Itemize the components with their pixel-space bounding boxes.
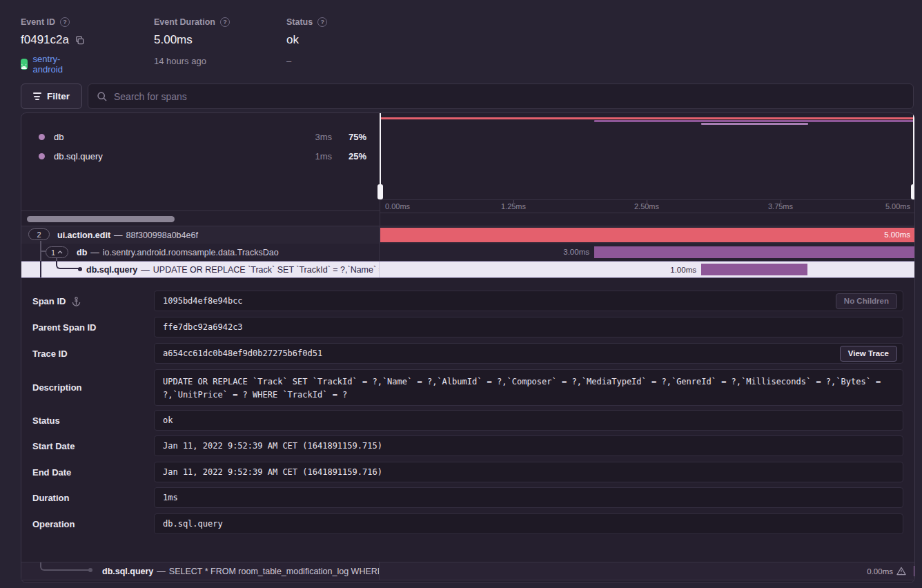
span-row-title-cell: 2 ui.action.edit — 88f300998a0b4e6f	[21, 226, 380, 244]
span-description: SELECT * FROM room_table_modification_lo…	[169, 567, 380, 576]
tree-line	[40, 261, 41, 277]
span-row-ui-action-edit[interactable]: 2 ui.action.edit — 88f300998a0b4e6f 5.00…	[21, 226, 915, 244]
warning-triangle-icon	[896, 567, 906, 576]
span-row-duration-cell: 5.00ms	[380, 226, 915, 244]
separator: —	[114, 231, 123, 240]
breakdown-row-db: db 3ms 75%	[21, 127, 380, 146]
axis-label-1: 1.25ms	[501, 202, 526, 210]
detail-value-status: ok	[154, 410, 903, 431]
help-icon[interactable]: ?	[60, 17, 70, 27]
op-percentage: 75%	[332, 132, 366, 142]
minimap-left-handle[interactable]	[377, 184, 383, 199]
span-row-duration-cell: 3.00ms	[380, 244, 915, 261]
minimap-right-handle[interactable]	[911, 184, 915, 199]
span-duration-label: 0.00ms	[867, 567, 893, 576]
span-row-db-sql-query-select[interactable]: db.sql.query — SELECT * FROM room_table_…	[21, 562, 915, 580]
status-label: Status	[286, 17, 313, 27]
span-bar[interactable]	[701, 264, 807, 275]
children-count-badge[interactable]: 2	[28, 228, 50, 240]
span-row-duration-cell: 1.00ms	[380, 262, 915, 277]
trace-minimap[interactable]	[380, 113, 915, 199]
span-row-db[interactable]: 1 db — io.sentry.android.roomsample.data…	[21, 244, 915, 261]
minimap-left-edge	[380, 113, 381, 184]
span-duration-label: 1.00ms	[380, 262, 696, 277]
axis-label-4: 5.00ms	[885, 202, 910, 210]
children-count-badge[interactable]: 1	[46, 246, 68, 258]
tree-node-dot	[78, 267, 82, 271]
span-row-title-cell: 1 db — io.sentry.android.roomsample.data…	[21, 244, 380, 261]
tree-line	[41, 251, 46, 252]
detail-value-operation: db.sql.query	[154, 513, 903, 534]
span-bar[interactable]: 5.00ms	[380, 228, 915, 242]
detail-label-end-date: End Date	[32, 462, 151, 482]
tree-elbow	[40, 562, 90, 571]
copy-icon[interactable]	[75, 35, 85, 46]
help-icon[interactable]: ?	[220, 17, 230, 27]
search-icon	[97, 91, 108, 102]
op-duration: 3ms	[299, 132, 332, 142]
detail-label-span-id: Span ID	[32, 291, 151, 311]
anchor-icon[interactable]	[71, 296, 81, 306]
event-duration-label: Event Duration	[154, 17, 215, 27]
span-description: io.sentry.android.roomsample.data.Tracks…	[103, 248, 279, 257]
span-bar[interactable]	[594, 246, 915, 258]
event-age: 14 hours ago	[154, 56, 206, 66]
search-input[interactable]	[114, 91, 905, 102]
horizontal-scrollbar[interactable]	[27, 216, 175, 222]
tree-scroll-strip	[21, 210, 380, 226]
span-search[interactable]	[88, 84, 914, 109]
chevron-up-icon	[57, 251, 63, 254]
span-duration-label: 3.00ms	[380, 244, 589, 261]
detail-value-parent-span-id: ffe7dbc92a6942c3	[154, 317, 903, 337]
detail-value-span-id: 1095bd4ef8e94bcc No Children	[154, 291, 903, 311]
minimap-bar-db-sql-query	[701, 123, 808, 125]
axis-label-3: 3.75ms	[768, 202, 793, 210]
minimap-bar-db	[594, 120, 915, 122]
detail-label-duration: Duration	[32, 487, 151, 508]
detail-value-description: UPDATE OR REPLACE `Track` SET `TrackId` …	[154, 369, 903, 406]
project-link[interactable]: sentry-android	[21, 54, 67, 75]
separator: —	[141, 265, 150, 275]
axis-label-2: 2.50ms	[634, 202, 659, 210]
span-op: db.sql.query	[86, 265, 137, 275]
op-name: db.sql.query	[54, 151, 299, 161]
detail-value-duration: 1ms	[154, 487, 903, 508]
op-duration: 1ms	[299, 151, 332, 161]
span-description: UPDATE OR REPLACE `Track` SET `TrackId` …	[153, 265, 380, 275]
detail-label-status: Status	[32, 410, 151, 431]
breakdown-row-db-sql-query: db.sql.query 1ms 25%	[21, 146, 380, 166]
span-op: db.sql.query	[102, 567, 153, 576]
minimap-bar-ui-action-edit	[380, 117, 915, 119]
event-id-label: Event ID	[21, 17, 55, 27]
span-op: db	[77, 248, 87, 257]
help-icon[interactable]: ?	[317, 17, 327, 27]
no-children-button: No Children	[836, 293, 897, 309]
op-color-dot	[39, 134, 45, 140]
view-trace-button[interactable]: View Trace	[840, 346, 897, 362]
android-icon	[21, 59, 28, 70]
detail-label-trace-id: Trace ID	[32, 343, 151, 364]
filter-button[interactable]: Filter	[21, 84, 82, 109]
status-value: ok	[286, 33, 299, 47]
span-row-db-sql-query-selected[interactable]: db.sql.query — UPDATE OR REPLACE `Track`…	[21, 261, 915, 278]
separator: —	[90, 248, 99, 257]
event-duration-value: 5.00ms	[154, 33, 193, 47]
op-name: db	[54, 132, 299, 142]
filter-button-label: Filter	[47, 91, 70, 101]
span-duration-label: 5.00ms	[380, 228, 915, 242]
trace-spans-panel: db 3ms 75% db.sql.query 1ms 25% 0.00ms 1…	[21, 112, 915, 583]
detail-value-trace-id: a654cc61dc0b48ef9d0b27275b6f0d51 View Tr…	[154, 343, 903, 364]
status-sub: –	[286, 56, 291, 66]
filter-lines-icon	[33, 91, 41, 102]
span-description: 88f300998a0b4e6f	[126, 231, 198, 240]
op-color-dot	[39, 153, 45, 159]
detail-label-operation: Operation	[32, 513, 151, 534]
time-axis: 0.00ms 1.25ms 2.50ms 3.75ms 5.00ms	[380, 199, 915, 213]
span-row-duration-cell: 0.00ms	[380, 562, 915, 580]
project-name: sentry-android	[33, 54, 68, 75]
detail-value-start-date: Jan 11, 2022 9:52:39 AM CET (1641891159.…	[154, 435, 903, 456]
op-percentage: 25%	[332, 151, 366, 161]
span-op: ui.action.edit	[57, 231, 110, 240]
detail-label-parent-span-id: Parent Span ID	[32, 317, 151, 337]
detail-value-end-date: Jan 11, 2022 9:52:39 AM CET (1641891159.…	[154, 462, 903, 482]
